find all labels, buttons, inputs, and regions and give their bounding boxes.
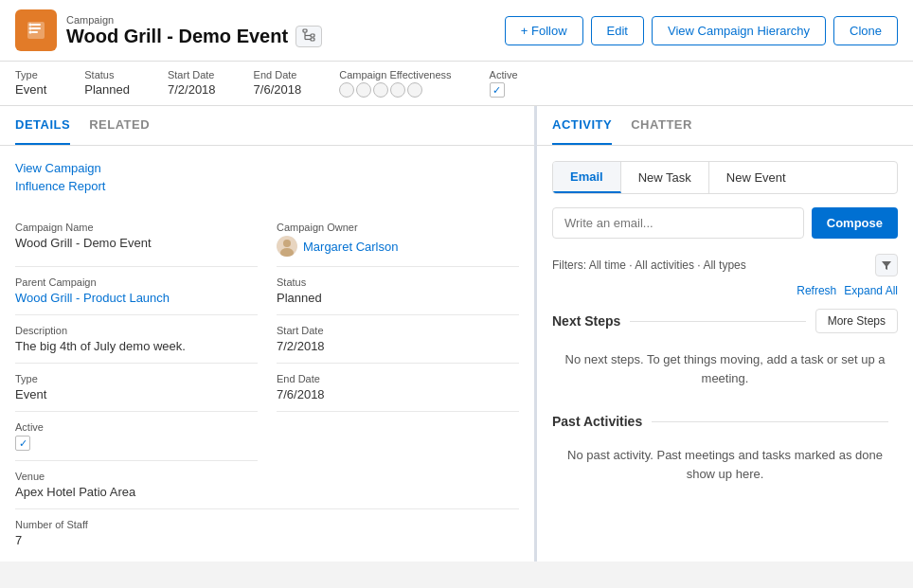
svg-point-12 [283,240,291,247]
checkmark-icon: ✓ [19,437,27,450]
star-2 [356,82,371,98]
end-date-field-label: End Date [277,373,519,384]
campaign-icon [15,9,57,51]
follow-button[interactable]: + Follow [505,16,583,45]
new-task-button[interactable]: New Task [621,162,709,193]
svg-point-1 [29,24,32,27]
end-date-value: 7/6/2018 [254,82,302,97]
right-panel: ACTIVITY CHATTER Email New Task New Even… [537,106,913,561]
field-num-staff: Number of Staff 7 ✎ [15,509,519,557]
refresh-link[interactable]: Refresh [797,284,836,297]
end-date-label: End Date [254,69,302,80]
meta-effectiveness: Campaign Effectiveness [339,69,451,98]
main-content: DETAILS RELATED View Campaign Influence … [0,106,913,561]
svg-rect-4 [303,29,307,32]
field-start-date: Start Date 7/2/2018 ✎ [277,315,519,364]
past-activities-title: Past Activities [552,414,642,429]
active-checkbox: ✓ [490,82,505,98]
parent-campaign-value[interactable]: Wood Grill - Product Launch [15,291,258,305]
filter-icon[interactable] [875,254,898,276]
compose-button[interactable]: Compose [812,207,898,239]
type-field-value: Event [15,387,258,401]
campaign-name-label: Campaign Name [15,222,258,233]
view-campaign-hierarchy-button[interactable]: View Campaign Hierarchy [652,16,826,45]
meta-end-date: End Date 7/6/2018 [254,69,302,98]
field-status: Status Planned ✎ [277,267,519,315]
expand-all-link[interactable]: Expand All [844,284,898,297]
edit-button[interactable]: Edit [591,16,644,45]
fields-grid: Campaign Name Wood Grill - Demo Event ✎ … [15,212,519,557]
email-compose: Compose [552,207,898,239]
end-date-field-value: 7/6/2018 [277,387,519,401]
num-staff-value: 7 [15,533,519,547]
next-steps-header: Next Steps More Steps [552,309,898,333]
header-title-block: Campaign Wood Grill - Demo Event [66,14,322,47]
past-activities-header: Past Activities [552,414,898,429]
description-value: The big 4th of July demo week. [15,339,258,353]
svg-rect-5 [311,34,314,37]
tab-related[interactable]: RELATED [89,106,150,145]
svg-point-3 [29,31,32,34]
activity-btn-group: Email New Task New Event [552,161,898,194]
influence-report-link[interactable]: Influence Report [15,179,519,193]
campaign-owner-label: Campaign Owner [277,222,519,233]
filters-row: Filters: All time · All activities · All… [552,254,898,276]
hierarchy-icon-button[interactable] [295,26,322,47]
meta-bar: Type Event Status Planned Start Date 7/2… [0,62,913,106]
field-type: Type Event ✎ [15,364,258,412]
tab-activity[interactable]: ACTIVITY [552,106,612,145]
campaign-name-value: Wood Grill - Demo Event [15,236,258,250]
next-steps-divider [630,321,805,322]
meta-status: Status Planned [84,69,130,98]
start-date-label: Start Date [168,69,216,80]
clone-button[interactable]: Clone [833,16,898,45]
more-steps-button[interactable]: More Steps [815,309,898,333]
star-1 [339,82,354,98]
email-input[interactable] [552,207,804,239]
page-title: Wood Grill - Demo Event [66,26,288,47]
past-activities-divider [652,421,888,422]
active-label: Active [490,69,518,80]
next-steps-empty: No next steps. To get things moving, add… [552,343,898,395]
left-content: View Campaign Influence Report Campaign … [0,146,534,561]
meta-type: Type Event [15,69,46,98]
venue-label: Venue [15,471,519,482]
meta-start-date: Start Date 7/2/2018 [168,69,216,98]
past-activities-empty: No past activity. Past meetings and task… [552,438,898,490]
type-label: Type [15,69,46,80]
start-date-field-value: 7/2/2018 [277,339,519,353]
tab-chatter[interactable]: CHATTER [631,106,692,145]
campaign-owner-value[interactable]: Margaret Carlson [303,240,398,254]
star-4 [390,82,405,98]
svg-marker-14 [882,261,891,270]
view-campaign-link[interactable]: View Campaign [15,161,519,175]
header-left: Campaign Wood Grill - Demo Event [15,9,322,51]
activity-content: Email New Task New Event Compose Filters… [537,146,913,525]
effectiveness-label: Campaign Effectiveness [339,69,451,80]
new-event-button[interactable]: New Event [709,162,803,193]
status-value: Planned [84,82,130,97]
status-field-label: Status [277,276,519,288]
active-field-checkbox: ✓ [15,436,30,451]
left-tabs-bar: DETAILS RELATED [0,106,534,146]
num-staff-label: Number of Staff [15,519,519,530]
tab-details[interactable]: DETAILS [15,106,70,145]
next-steps-title: Next Steps [552,313,620,329]
field-campaign-owner: Campaign Owner Margaret Carlson ✎ [277,212,519,267]
status-field-value: Planned [277,291,519,305]
active-field-label: Active [15,421,258,433]
type-field-label: Type [15,373,258,384]
svg-rect-6 [311,38,314,41]
venue-value: Apex Hotel Patio Area [15,485,519,499]
owner-row: Margaret Carlson [277,236,519,257]
owner-avatar [277,236,297,257]
left-panel: DETAILS RELATED View Campaign Influence … [0,106,537,561]
object-type: Campaign [66,14,322,26]
effectiveness-stars [339,82,451,98]
past-activities-section: Past Activities No past activity. Past m… [552,414,898,490]
field-parent-campaign: Parent Campaign Wood Grill - Product Lau… [15,267,258,315]
field-venue: Venue Apex Hotel Patio Area ✎ [15,461,519,509]
start-date-field-label: Start Date [277,325,519,336]
email-button[interactable]: Email [553,162,621,193]
filters-text: Filters: All time · All activities · All… [552,258,746,272]
